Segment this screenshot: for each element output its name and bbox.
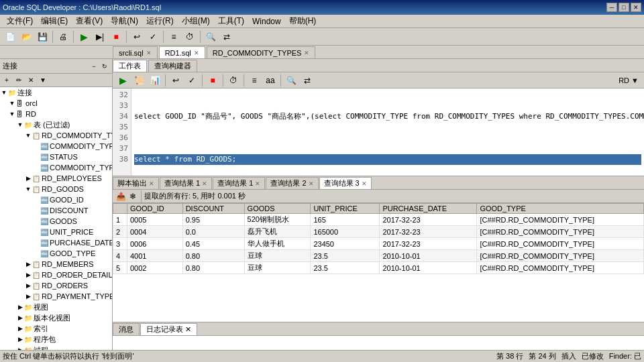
- menu-item-导航(N)[interactable]: 导航(N): [107, 15, 142, 27]
- table-row[interactable]: 100050.95520钢制脱水1652017-32-23[C##RD.RD_C…: [113, 214, 644, 226]
- tree-item-DISCOUNT[interactable]: 🔤DISCOUNT: [0, 205, 112, 216]
- tree-item-RD_ORDER_DETAILSS[interactable]: ▶📋RD_ORDER_DETAILSS: [0, 269, 112, 280]
- expand-icon[interactable]: ▼: [24, 132, 32, 139]
- menu-item-运行(R)[interactable]: 运行(R): [142, 15, 178, 27]
- column-header-GOODS[interactable]: GOODS: [244, 204, 311, 214]
- column-header-GOOD_ID[interactable]: GOOD_ID: [127, 204, 182, 214]
- code-line[interactable]: [134, 133, 641, 143]
- open-button[interactable]: 📂: [19, 30, 34, 44]
- messages-tab[interactable]: 消息: [113, 323, 140, 335]
- column-header-PURCHASE_DATE[interactable]: PURCHASE_DATE: [380, 204, 477, 214]
- execute-explain-button[interactable]: 📊: [148, 74, 162, 87]
- column-header-DISCOUNT[interactable]: DISCOUNT: [182, 204, 244, 214]
- tree-item-版本化视图[interactable]: ▶📁版本化视图: [0, 312, 112, 323]
- expand-icon[interactable]: ▶: [24, 261, 32, 267]
- commit-sql-button[interactable]: ✓: [184, 74, 199, 87]
- tree-item-UNIT_PRICE[interactable]: 🔤UNIT_PRICE: [0, 227, 112, 237]
- top-tab-RD1.sql[interactable]: RD1.sql✕: [159, 46, 205, 58]
- expand-icon[interactable]: ▶: [16, 336, 24, 343]
- stop-button[interactable]: ■: [109, 30, 123, 44]
- tree-item-RD_GOODS[interactable]: ▼📋RD_GOODS: [0, 184, 112, 194]
- execute-button[interactable]: ▶: [115, 74, 130, 87]
- rollback-button[interactable]: ↩: [129, 30, 144, 44]
- tree-item-RD_EMPLOYEES[interactable]: ▶📋RD_EMPLOYEES: [0, 173, 112, 184]
- code-line[interactable]: [134, 122, 641, 133]
- autotrace-button[interactable]: ⇄: [300, 74, 315, 87]
- run-script-button[interactable]: ▶|: [93, 30, 107, 44]
- results-tab-close[interactable]: ✕: [149, 180, 154, 187]
- menu-item-查看(V)[interactable]: 查看(V): [72, 15, 107, 27]
- results-tab-查询结果1[interactable]: 查询结果 1✕: [213, 177, 265, 189]
- tree-item-RD_ORDERS[interactable]: ▶📋RD_ORDERS: [0, 280, 112, 291]
- tree-item-RD[interactable]: ▼🗄RD: [0, 109, 112, 119]
- code-line[interactable]: select * from RD_GOODS;: [134, 154, 641, 165]
- table-row[interactable]: 500020.80豆球23.52010-10-01[C##RD.RD_COMMO…: [113, 262, 644, 274]
- top-tab-RD_COMMODITY_TYPES[interactable]: RD_COMMODITY_TYPES✕: [207, 46, 316, 58]
- tree-item-RD_COMMODITY_TYPES[interactable]: ▼📋RD_COMMODITY_TYPES: [0, 130, 112, 141]
- tree-item-STATUS[interactable]: 🔤STATUS: [0, 152, 112, 162]
- tree-item-GOOD_ID[interactable]: 🔤GOOD_ID: [0, 194, 112, 205]
- expand-icon[interactable]: ▶: [24, 282, 32, 289]
- tree-item-RD_MEMBERS[interactable]: ▶📋RD_MEMBERS: [0, 259, 112, 269]
- freeze-button[interactable]: ❄: [127, 191, 138, 202]
- results-tab-查询结果1[interactable]: 查询结果 1✕: [160, 177, 212, 189]
- expand-icon[interactable]: ▶: [24, 175, 32, 182]
- lowercase-button[interactable]: aa: [263, 74, 278, 87]
- tree-item-GOODS[interactable]: 🔤GOODS: [0, 216, 112, 227]
- tree-item-GOOD_TYPE[interactable]: 🔤GOOD_TYPE: [0, 248, 112, 259]
- menu-item-工具(T)[interactable]: 工具(T): [214, 15, 248, 27]
- menu-item-Window[interactable]: Window: [248, 16, 285, 27]
- edit-connection-button[interactable]: ✏: [13, 75, 24, 86]
- tree-item-PURCHASE_DATE[interactable]: 🔤PURCHASE_DATE: [0, 237, 112, 248]
- menu-item-编辑(E)[interactable]: 编辑(E): [37, 15, 72, 27]
- tab-close-icon[interactable]: ✕: [146, 50, 152, 56]
- tree-item-视图[interactable]: ▶📁视图: [0, 302, 112, 312]
- tree-item-程序包[interactable]: ▶📁程序包: [0, 334, 112, 345]
- tree-item-连接[interactable]: ▼📁连接: [0, 87, 112, 98]
- table-row[interactable]: 200040.0磊升飞机1650002017-32-23[C##RD.RD_CO…: [113, 226, 644, 238]
- commit-button[interactable]: ✓: [146, 30, 160, 44]
- table-row[interactable]: 300060.45华人做手机234502017-32-23[C##RD.RD_C…: [113, 238, 644, 250]
- export-results-button[interactable]: 📤: [115, 191, 126, 202]
- tree-item-COMMODITY_TYPE[interactable]: 🔤COMMODITY_TYPE: [0, 162, 112, 173]
- expand-icon[interactable]: ▶: [16, 304, 24, 310]
- history-button[interactable]: ⏱: [182, 30, 197, 44]
- results-tab-脚本输出[interactable]: 脚本输出✕: [113, 177, 159, 189]
- tab-close-icon[interactable]: ✕: [304, 50, 309, 56]
- column-header-[interactable]: [113, 204, 127, 214]
- results-tab-查询结果2[interactable]: 查询结果 2✕: [266, 177, 318, 189]
- execute-script-button[interactable]: 📜: [131, 74, 146, 87]
- worksheet-tab[interactable]: 工作表: [113, 60, 147, 72]
- find-sql-button[interactable]: 🔍: [284, 74, 299, 87]
- menu-item-小组(M)[interactable]: 小组(M): [178, 15, 214, 27]
- replace-button[interactable]: ⇄: [219, 30, 234, 44]
- code-lines[interactable]: select GOOD_ID "商品号", GOODS "商品名称",(sele…: [131, 88, 644, 176]
- delete-connection-button[interactable]: ✕: [25, 75, 36, 86]
- tree-item-表(已过滤)[interactable]: ▼📁表 (已过滤): [0, 119, 112, 130]
- query-builder-tab[interactable]: 查询构建器: [148, 60, 197, 72]
- tree-item-COMMODITY_TYPE_ID[interactable]: 🔤COMMODITY_TYPE_ID: [0, 141, 112, 152]
- collapse-all-button[interactable]: −: [89, 62, 99, 71]
- code-editor[interactable]: 32333435363738 select GOOD_ID "商品号", GOO…: [113, 88, 644, 176]
- results-tab-close[interactable]: ✕: [202, 180, 207, 187]
- refresh-button[interactable]: ↻: [100, 62, 109, 71]
- expand-icon[interactable]: ▼: [8, 111, 16, 117]
- menu-item-帮助(H)[interactable]: 帮助(H): [285, 15, 321, 27]
- code-line[interactable]: [134, 90, 641, 101]
- results-tab-查询结果3[interactable]: 查询结果 3✕: [319, 177, 372, 189]
- expand-icon[interactable]: ▼: [24, 186, 32, 192]
- add-connection-button[interactable]: +: [1, 75, 12, 86]
- tree-item-orcl[interactable]: ▼🗄orcl: [0, 98, 112, 109]
- print-button[interactable]: 🖨: [56, 30, 70, 44]
- menu-item-文件(F)[interactable]: 文件(F): [3, 15, 37, 27]
- expand-icon[interactable]: ▶: [24, 272, 32, 278]
- expand-icon[interactable]: ▶: [16, 314, 24, 321]
- top-tab-srcli.sql[interactable]: srcli.sql✕: [113, 46, 158, 58]
- cancel-button[interactable]: ■: [205, 74, 220, 87]
- results-tab-close[interactable]: ✕: [309, 180, 314, 187]
- tab-close-icon[interactable]: ✕: [194, 50, 199, 56]
- maximize-button[interactable]: □: [619, 3, 629, 12]
- log-tab[interactable]: 日志记录表 ✕: [140, 323, 197, 335]
- history-sql-button[interactable]: ⏱: [226, 74, 241, 87]
- column-header-GOOD_TYPE[interactable]: GOOD_TYPE: [477, 204, 644, 214]
